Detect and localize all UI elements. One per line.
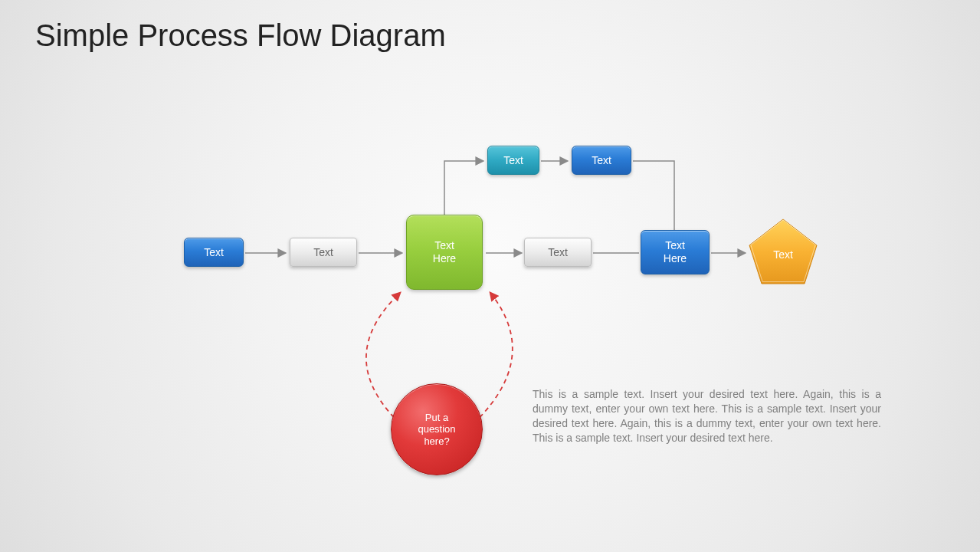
- node-6-label: Text: [748, 218, 818, 285]
- node-question[interactable]: Put a question here?: [391, 383, 483, 475]
- node-question-label: Put a question here?: [418, 412, 455, 448]
- node-top-2[interactable]: Text: [572, 146, 631, 175]
- slide-canvas: Simple Process Flow Diagram: [0, 0, 980, 552]
- node-top-2-label: Text: [592, 154, 611, 167]
- node-2[interactable]: Text: [290, 238, 357, 267]
- node-6[interactable]: Text: [748, 218, 818, 285]
- node-2-label: Text: [313, 246, 333, 259]
- node-1-label: Text: [204, 246, 224, 259]
- connectors-layer: [0, 0, 980, 552]
- slide-title: Simple Process Flow Diagram: [35, 18, 446, 53]
- node-top-1-label: Text: [503, 154, 523, 167]
- node-1[interactable]: Text: [184, 238, 244, 267]
- body-text: This is a sample text. Insert your desir…: [533, 387, 881, 445]
- node-5-label: Text Here: [664, 239, 687, 265]
- node-top-1[interactable]: Text: [487, 146, 539, 175]
- node-4[interactable]: Text: [524, 238, 592, 267]
- node-3[interactable]: Text Here: [406, 215, 483, 290]
- node-5[interactable]: Text Here: [641, 230, 710, 274]
- node-3-label: Text Here: [433, 239, 456, 265]
- node-4-label: Text: [548, 246, 568, 259]
